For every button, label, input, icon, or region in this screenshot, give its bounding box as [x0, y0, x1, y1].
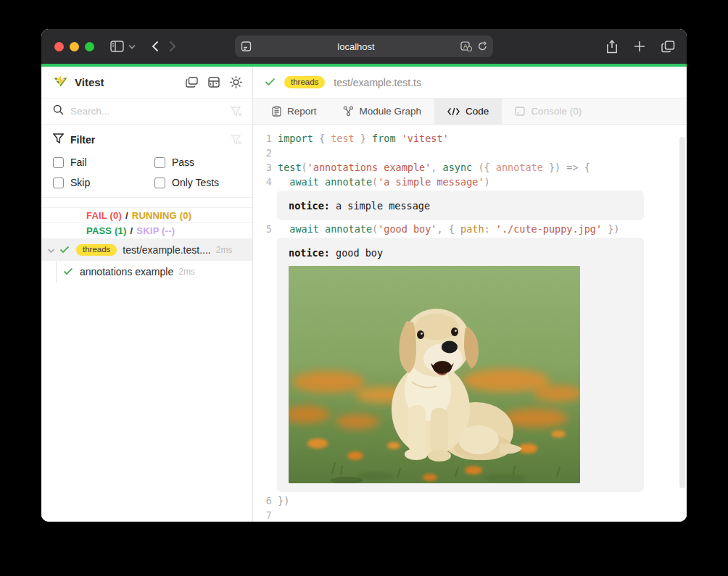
tab-code[interactable]: Code [434, 99, 502, 124]
line-number: 6 [253, 493, 272, 508]
annotation-message: a simple message [330, 200, 430, 212]
forward-button[interactable] [169, 41, 176, 52]
duration: 2ms [216, 245, 233, 255]
sidebar-header: Vitest [41, 67, 252, 99]
share-icon[interactable] [606, 40, 618, 54]
main-panel: threads test/example.test.ts Report [253, 67, 687, 522]
duration: 2ms [178, 267, 195, 277]
tab-overview-icon[interactable] [661, 41, 675, 53]
line-number: 3 [253, 160, 272, 175]
annotation-notice-box: notice: good boy [277, 238, 644, 492]
tab-label: Report [287, 106, 317, 117]
address-bar[interactable]: localhost A [235, 36, 493, 57]
pass-check-icon [63, 266, 73, 277]
indent-guide [56, 261, 57, 283]
code-line: 1import { test } from 'vitest' [253, 131, 687, 146]
view-tabs: Report Module Graph Code [253, 99, 687, 125]
code-line: 7 [253, 508, 687, 522]
pass-count: PASS (1) [86, 225, 127, 236]
tab-console[interactable]: Console (0) [502, 99, 595, 124]
line-number: 4 [253, 175, 272, 189]
filter-checkbox-skip[interactable]: Skip [53, 177, 154, 188]
collapse-tests-icon[interactable] [184, 75, 199, 90]
file-header: threads test/example.test.ts [253, 67, 687, 99]
code-line: 6}) [253, 493, 687, 508]
clear-filters-icon[interactable] [229, 133, 244, 146]
pass-check-icon [59, 244, 70, 256]
test-case-row[interactable]: annotations example 2ms [41, 261, 252, 283]
filter-checkbox-fail[interactable]: Fail [53, 156, 154, 168]
back-button[interactable] [152, 41, 159, 52]
sidebar-toggle-icon[interactable] [110, 41, 124, 52]
search-bar [41, 99, 252, 125]
line-number: 2 [253, 146, 272, 160]
annotation-type-label: notice: [289, 200, 330, 212]
search-icon [53, 104, 64, 118]
filter-label: Pass [172, 156, 194, 168]
checkbox-icon [154, 178, 165, 188]
running-count: RUNNING (0) [132, 210, 191, 221]
new-tab-icon[interactable] [634, 41, 645, 52]
dashboard-icon[interactable] [207, 75, 221, 90]
code-line: 2 [253, 146, 687, 160]
annotation-type-label: notice: [289, 247, 330, 259]
app-title: Vitest [75, 76, 184, 88]
pass-check-icon [265, 76, 276, 89]
test-file-row[interactable]: threads test/example.test.... 2ms [41, 239, 252, 261]
tab-label: Module Graph [360, 106, 422, 117]
file-name: test/example.test.... [123, 244, 210, 256]
puppy-photo [289, 266, 580, 483]
filter-label: Skip [70, 177, 90, 188]
code-line: 5 await annotate('good boy', { path: './… [253, 222, 687, 236]
test-name: annotations example [80, 266, 173, 277]
code-line: 4 await annotate('a simple message') [253, 175, 687, 189]
code-content: 1import { test } from 'vitest'23test('an… [253, 131, 687, 522]
line-number: 1 [253, 131, 272, 146]
chevron-down-icon[interactable] [47, 244, 55, 256]
checkbox-icon [53, 157, 64, 168]
file-path: test/example.test.ts [334, 77, 421, 88]
line-number: 7 [253, 508, 272, 522]
scrollbar-thumb[interactable] [679, 137, 685, 488]
pool-badge: threads [76, 244, 117, 256]
test-status-summary: FAIL (0) / RUNNING (0) PASS (1) / SKIP (… [41, 198, 252, 239]
filter-title: Filter [70, 134, 229, 146]
tab-module-graph[interactable]: Module Graph [330, 99, 435, 124]
pool-badge: threads [284, 76, 325, 88]
theme-toggle-sun-icon[interactable] [228, 75, 244, 90]
filter-icon [53, 133, 64, 146]
fail-count: FAIL (0) [86, 210, 122, 221]
filter-label: Fail [70, 156, 87, 168]
reload-icon[interactable] [478, 41, 487, 51]
clear-search-filter-icon[interactable] [229, 105, 244, 118]
tab-report[interactable]: Report [259, 99, 330, 124]
vitest-logo-icon [53, 74, 68, 91]
sidebar: Vitest [41, 67, 253, 522]
annotation-message: good boy [330, 247, 383, 259]
search-input[interactable] [70, 106, 229, 117]
filter-checkbox-only-tests[interactable]: Only Tests [154, 177, 244, 188]
translate-icon[interactable]: A [460, 41, 472, 51]
line-number: 5 [253, 222, 272, 236]
separator: / [131, 225, 133, 236]
filter-checkbox-pass[interactable]: Pass [154, 156, 244, 168]
chevron-down-icon[interactable] [128, 44, 136, 49]
browser-window: localhost A [41, 29, 687, 522]
tab-label: Console (0) [531, 106, 582, 117]
status-row-fail-running: FAIL (0) / RUNNING (0) [41, 207, 252, 223]
tab-label: Code [466, 106, 489, 117]
separator: / [125, 210, 128, 221]
zoom-window-button[interactable] [85, 42, 94, 51]
checkbox-icon [53, 178, 64, 188]
close-window-button[interactable] [54, 42, 64, 51]
filter-section: Filter Fail Pass [41, 125, 252, 198]
status-row-pass-skip: PASS (1) / SKIP (--) [41, 223, 252, 239]
annotation-notice-box: notice: a simple message [277, 191, 644, 220]
minimize-window-button[interactable] [70, 42, 79, 51]
browser-titlebar: localhost A [41, 29, 687, 64]
code-viewer: 1import { test } from 'vitest'23test('an… [253, 125, 687, 522]
code-line: 3test('annotations example', async ({ an… [253, 160, 687, 175]
skip-count: SKIP (--) [136, 225, 175, 236]
checkbox-icon [154, 157, 165, 168]
page-settings-icon[interactable] [241, 41, 252, 51]
